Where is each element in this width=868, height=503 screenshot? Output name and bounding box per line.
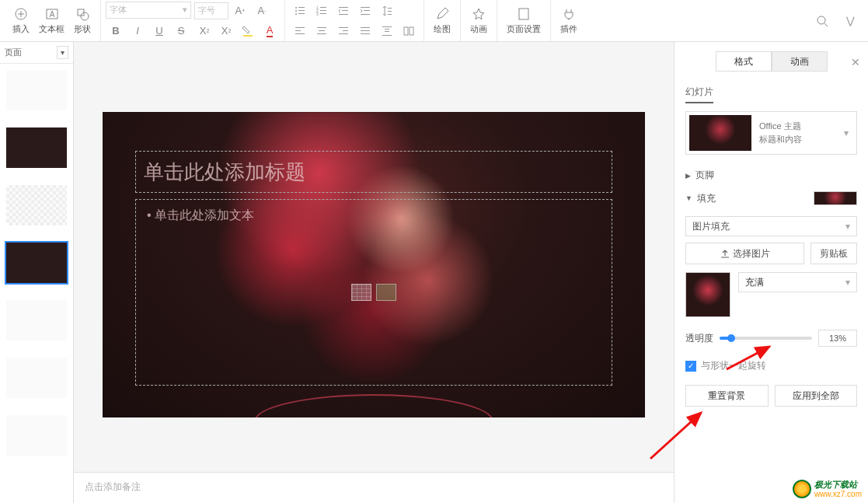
insert-label: 插入	[12, 23, 30, 35]
italic-button[interactable]: I	[128, 22, 147, 40]
collapse-toolbar-button[interactable]: ⋁	[841, 12, 859, 30]
increase-indent-button[interactable]	[356, 2, 375, 20]
slide-thumbnail[interactable]	[6, 70, 67, 110]
insert-button[interactable]: 插入	[8, 5, 34, 37]
draw-button[interactable]: 绘图	[429, 5, 455, 37]
image-fill-thumbnail[interactable]	[685, 272, 730, 317]
textbox-label: 文本框	[39, 23, 64, 35]
plus-circle-icon	[13, 6, 29, 22]
footer-section-toggle[interactable]: ▶ 页脚	[685, 164, 857, 187]
fill-type-select[interactable]: 图片填充 ▾	[685, 216, 857, 236]
image-fill-row: 充满 ▾	[685, 272, 857, 317]
svg-rect-18	[339, 7, 348, 8]
main-area: 页面 ▾ 单击此处添加标题 • 单击此处添加文本	[0, 42, 868, 503]
fill-type-value: 图片填充	[692, 220, 730, 233]
svg-text:A: A	[49, 10, 54, 19]
slide-thumbnail[interactable]	[6, 185, 67, 225]
slide-thumbnail[interactable]	[6, 127, 67, 168]
apply-all-button[interactable]: 应用到全部	[775, 385, 858, 407]
page-setup-button[interactable]: 页面设置	[502, 5, 546, 37]
tab-format-label: 格式	[734, 55, 753, 68]
slide-thumbnail[interactable]	[6, 358, 67, 398]
svg-point-46	[817, 16, 825, 24]
textbox-icon: A	[44, 6, 60, 22]
fill-mode-value: 充满	[745, 276, 764, 289]
opacity-slider[interactable]	[720, 337, 812, 340]
search-button[interactable]	[813, 12, 831, 30]
animation-button[interactable]: 动画	[465, 5, 492, 37]
rotate-with-shape-row[interactable]: ✓ 与形状一起旋转	[685, 359, 857, 372]
shape-button[interactable]: 形状	[69, 5, 96, 37]
svg-point-6	[295, 7, 297, 9]
reset-background-button[interactable]: 重置背景	[685, 385, 769, 407]
svg-rect-38	[361, 33, 370, 34]
content-placeholder-text: • 单击此处添加文本	[147, 208, 254, 222]
bottom-buttons: 重置背景 应用到全部	[685, 385, 857, 407]
table-icon[interactable]	[351, 284, 371, 301]
triangle-down-icon: ▼	[685, 194, 692, 202]
svg-rect-44	[410, 27, 413, 35]
bullet-list-button[interactable]	[291, 2, 309, 20]
footer-label: 页脚	[695, 169, 714, 182]
theme-card[interactable]: Office 主题 标题和内容 ▾	[685, 111, 857, 155]
notes-area[interactable]: 点击添加备注	[74, 472, 674, 503]
fill-section-toggle[interactable]: ▼ 填充	[685, 187, 857, 210]
vertical-align-button[interactable]	[378, 22, 396, 40]
svg-point-10	[295, 13, 297, 15]
rotate-checkbox[interactable]: ✓	[685, 361, 696, 372]
opacity-value-input[interactable]: 13%	[818, 330, 857, 347]
slide-thumbnail[interactable]	[6, 415, 67, 456]
clipboard-button[interactable]: 剪贴板	[810, 243, 857, 264]
number-list-button[interactable]: 123	[312, 2, 331, 20]
slide-thumbnail[interactable]	[6, 300, 67, 341]
fill-preview-swatch[interactable]	[814, 191, 857, 205]
slider-thumb[interactable]	[727, 334, 735, 342]
close-panel-button[interactable]: ✕	[851, 56, 860, 68]
align-center-button[interactable]	[312, 22, 331, 40]
fill-mode-select[interactable]: 充满 ▾	[738, 272, 857, 292]
theme-info: Office 主题 标题和内容	[759, 121, 836, 145]
underline-button[interactable]: U	[150, 22, 169, 40]
tab-format[interactable]: 格式	[716, 51, 772, 72]
font-size-select[interactable]: 字号	[194, 2, 228, 19]
font-color-button[interactable]: A	[260, 22, 279, 40]
svg-rect-22	[364, 10, 370, 11]
notes-placeholder: 点击添加备注	[85, 481, 141, 492]
svg-rect-34	[343, 30, 348, 31]
increase-font-button[interactable]: A+	[231, 2, 249, 20]
page-dropdown[interactable]: ▾	[57, 46, 68, 59]
choose-image-label: 选择图片	[733, 247, 770, 260]
columns-button[interactable]	[399, 22, 418, 40]
svg-rect-27	[295, 27, 305, 28]
picture-icon[interactable]	[376, 284, 396, 301]
decrease-font-button[interactable]: A-	[253, 2, 271, 20]
superscript-button[interactable]: X2	[195, 22, 214, 40]
title-placeholder-box[interactable]: 单击此处添加标题	[135, 151, 612, 193]
search-area: ⋁	[812, 0, 860, 41]
slide-thumbnail[interactable]	[6, 243, 67, 283]
choose-image-button[interactable]: 选择图片	[685, 243, 804, 264]
content-placeholder-box[interactable]: • 单击此处添加文本	[135, 199, 612, 386]
shape-icon	[75, 6, 90, 22]
chevron-down-icon: ▾	[845, 221, 850, 232]
svg-rect-32	[317, 33, 326, 34]
plugin-button[interactable]: 插件	[556, 5, 582, 37]
bold-button[interactable]: B	[106, 22, 125, 40]
subscript-button[interactable]: X2	[217, 22, 235, 40]
page-icon	[516, 6, 532, 22]
align-left-button[interactable]	[291, 22, 309, 40]
svg-rect-36	[361, 27, 370, 28]
tab-animation[interactable]: 动画	[772, 51, 828, 72]
line-spacing-button[interactable]	[378, 2, 396, 20]
opacity-label: 透明度	[685, 332, 713, 345]
theme-layout: 标题和内容	[759, 134, 836, 145]
font-family-select[interactable]: 字体▾	[106, 2, 191, 19]
strikethrough-button[interactable]: S	[172, 22, 190, 40]
decrease-indent-button[interactable]	[334, 2, 353, 20]
textbox-button[interactable]: A 文本框	[34, 5, 69, 37]
align-justify-button[interactable]	[356, 22, 375, 40]
svg-rect-15	[320, 10, 326, 11]
slide-canvas[interactable]: 单击此处添加标题 • 单击此处添加文本	[103, 112, 645, 417]
highlight-color-button[interactable]	[239, 22, 257, 40]
align-right-button[interactable]	[334, 22, 353, 40]
